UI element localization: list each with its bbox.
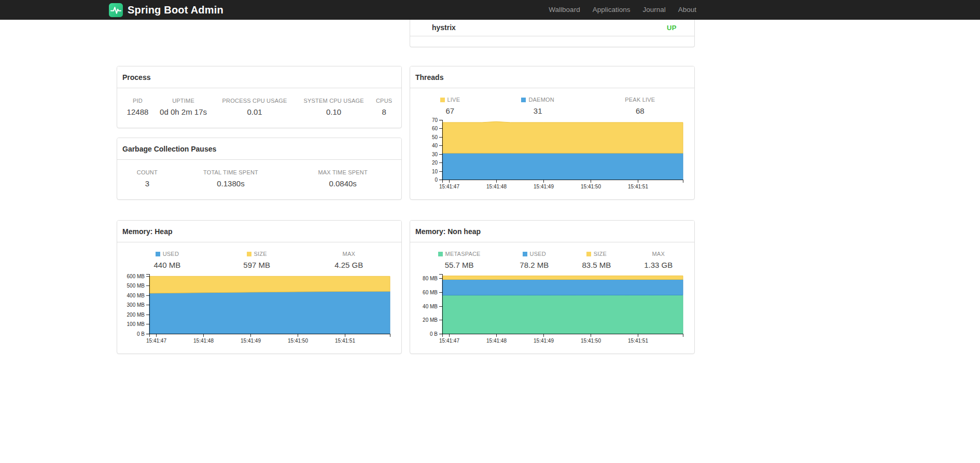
x-axis: [443, 334, 683, 337]
legend-value-max: 1.33 GB: [627, 261, 689, 269]
gc-metrics-table: COUNT TOTAL TIME SPENT MAX TIME SPENT 3 …: [122, 169, 396, 188]
size-legend-swatch: [247, 252, 251, 256]
legend-cell-metaspace: METASPACE: [415, 251, 503, 261]
legend-value-used: 78.2 MB: [503, 261, 565, 269]
live-legend-swatch: [440, 98, 445, 102]
legend-label-live: LIVE: [447, 97, 460, 103]
y-tick-label: 60: [432, 126, 438, 131]
x-tick-label: 15:41:47: [439, 338, 459, 344]
nav-link-applications[interactable]: Applications: [586, 0, 637, 20]
y-tick-label: 30: [432, 152, 438, 157]
metaspace-legend-swatch: [438, 252, 443, 256]
y-tick-label: 0: [435, 177, 438, 183]
details-page: hystrix UP Process PID UPTIME PROCESS CP…: [109, 20, 703, 354]
x-axis: [150, 334, 390, 337]
metric-label-process-cpu: PROCESS CPU USAGE: [214, 98, 296, 107]
y-tick-label: 200 MB: [127, 312, 145, 318]
health-row-hystrix: hystrix UP: [410, 20, 694, 36]
metric-label-cpus: CPUS: [372, 98, 396, 107]
metric-label-count: COUNT: [122, 169, 172, 179]
y-tick-label: 500 MB: [127, 283, 145, 289]
legend-value-max: 4.25 GB: [302, 261, 396, 269]
area-series-used: [442, 279, 683, 295]
navbar-links: Wallboard Applications Journal About: [542, 0, 703, 20]
daemon-legend-swatch: [521, 98, 526, 102]
y-tick-label: 0 B: [430, 331, 438, 337]
y-tick-label: 600 MB: [127, 274, 145, 279]
status-badge: UP: [667, 24, 677, 32]
nonheap-legend: METASPACE USED SIZE MAX 55.7 MB 78.2 MB …: [415, 251, 689, 269]
brand-link[interactable]: Spring Boot Admin: [109, 3, 223, 17]
y-tick-label: 20: [432, 160, 438, 166]
legend-value-size: 83.5 MB: [565, 261, 627, 269]
memory-nonheap-panel: Memory: Non heap METASPACE USED SIZE MAX…: [410, 220, 695, 354]
y-tick-label: 50: [432, 134, 438, 140]
x-tick-label: 15:41:48: [486, 338, 507, 344]
health-item-name: hystrix: [432, 23, 456, 32]
nav-link-journal[interactable]: Journal: [636, 0, 671, 20]
used-legend-swatch: [156, 252, 160, 256]
legend-values-row: 67 31 68: [415, 106, 689, 115]
legend-label-peak-live: PEAK LIVE: [625, 97, 655, 103]
panel-title: Threads: [415, 73, 443, 81]
metric-values-row: 3 0.1380s 0.0840s: [122, 179, 396, 188]
x-tick-label: 15:41:51: [628, 184, 648, 189]
area-series-size: [149, 276, 390, 293]
memory-heap-panel: Memory: Heap USED SIZE MAX 440 MB 597 MB…: [117, 220, 402, 354]
process-panel-body: PID UPTIME PROCESS CPU USAGE SYSTEM CPU …: [117, 98, 401, 116]
legend-label-max: MAX: [652, 251, 665, 257]
legend-label-size: SIZE: [594, 251, 607, 257]
row-memory: Memory: Heap USED SIZE MAX 440 MB 597 MB…: [117, 220, 695, 354]
legend-value-size: 597 MB: [212, 261, 302, 269]
x-tick-label: 15:41:48: [486, 184, 507, 189]
x-tick-label: 15:41:47: [439, 184, 459, 189]
area-series-daemon: [442, 153, 683, 180]
gc-panel: Garbage Collection Pauses COUNT TOTAL TI…: [117, 138, 402, 200]
legend-labels-row: METASPACE USED SIZE MAX: [415, 251, 689, 261]
metric-label-pid: PID: [122, 98, 153, 107]
legend-cell-max: MAX: [302, 251, 396, 261]
y-tick-label: 60 MB: [423, 290, 438, 295]
y-tick-label: 20 MB: [423, 317, 438, 323]
threads-chart: 01020304050607015:41:4715:41:4815:41:491…: [415, 117, 689, 193]
panel-title: Garbage Collection Pauses: [122, 145, 216, 153]
legend-value-metaspace: 55.7 MB: [415, 261, 503, 269]
area-series-used: [149, 291, 390, 334]
memory-nonheap-panel-body: METASPACE USED SIZE MAX 55.7 MB 78.2 MB …: [410, 251, 694, 347]
y-tick-label: 40: [432, 143, 438, 148]
x-tick-label: 15:41:47: [146, 338, 166, 344]
memory-nonheap-panel-heading: Memory: Non heap: [410, 221, 694, 242]
metric-value-process-cpu: 0.01: [214, 107, 296, 116]
health-panel-partial: hystrix UP: [410, 20, 695, 47]
y-tick-label: 100 MB: [127, 321, 145, 327]
spring-boot-admin-logo-icon: [109, 3, 123, 17]
area-series-live: [442, 121, 683, 153]
process-panel-heading: Process: [117, 66, 401, 88]
legend-labels-row: USED SIZE MAX: [122, 251, 396, 261]
legend-cell-peak-live: PEAK LIVE: [591, 97, 689, 106]
x-tick-label: 15:41:49: [534, 184, 554, 189]
x-tick-label: 15:41:51: [335, 338, 355, 344]
area-series-size: [442, 276, 683, 279]
memory-heap-chart: 0 B100 MB200 MB300 MB400 MB500 MB600 MB1…: [122, 271, 396, 347]
metric-value-count: 3: [122, 179, 172, 188]
panel-title: Memory: Heap: [122, 227, 172, 236]
y-tick-label: 70: [432, 117, 438, 123]
left-column: Process PID UPTIME PROCESS CPU USAGE SYS…: [117, 66, 402, 200]
nav-link-about[interactable]: About: [672, 0, 703, 20]
legend-value-live: 67: [415, 106, 485, 115]
right-column: Threads LIVE DAEMON PEAK LIVE 67 31 68: [410, 66, 695, 200]
gc-panel-heading: Garbage Collection Pauses: [117, 138, 401, 160]
nav-link-wallboard[interactable]: Wallboard: [542, 0, 586, 20]
memory-heap-panel-heading: Memory: Heap: [117, 221, 401, 242]
legend-values-row: 55.7 MB 78.2 MB 83.5 MB 1.33 GB: [415, 261, 689, 269]
x-tick-label: 15:41:49: [534, 338, 554, 344]
legend-value-peak-live: 68: [591, 106, 689, 115]
metric-label-total-time: TOTAL TIME SPENT: [172, 169, 290, 179]
app-title: Spring Boot Admin: [128, 4, 223, 16]
threads-panel-heading: Threads: [410, 66, 694, 88]
legend-label-metaspace: METASPACE: [445, 251, 481, 257]
legend-cell-live: LIVE: [415, 97, 485, 106]
legend-values-row: 440 MB 597 MB 4.25 GB: [122, 261, 396, 269]
metric-value-uptime: 0d 0h 2m 17s: [153, 107, 214, 116]
